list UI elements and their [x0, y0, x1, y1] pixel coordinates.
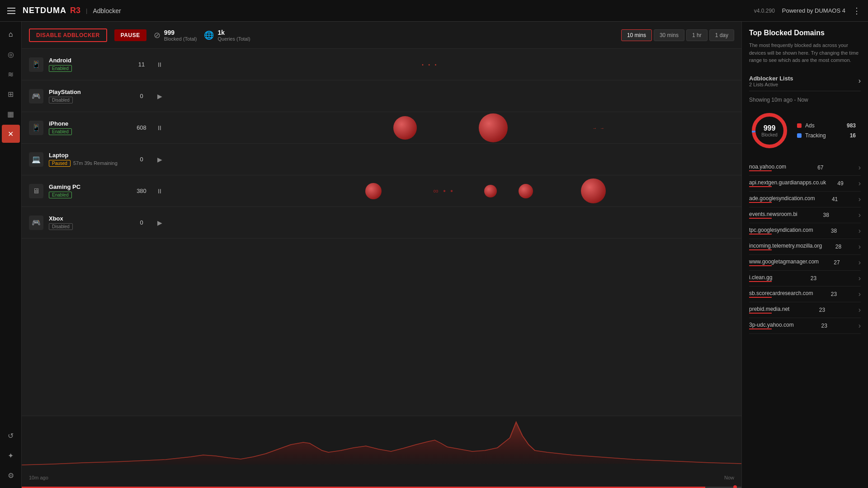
domain-5-chevron	[859, 227, 861, 235]
time-filter-30mins[interactable]: 30 mins	[654, 29, 684, 41]
legend-tracking: Tracking 16	[797, 132, 856, 139]
ads-label: Ads	[805, 122, 843, 129]
xbox-info: Xbox Disabled	[49, 215, 130, 230]
sidebar-item-panels[interactable]: ▦	[2, 105, 20, 123]
laptop-name: Laptop	[49, 152, 130, 159]
laptop-remaining: 57m 39s Remaining	[73, 160, 118, 166]
sidebar-item-features[interactable]: ✦	[2, 446, 20, 465]
android-pause-btn[interactable]: ⏸	[153, 61, 166, 68]
domain-9-chevron	[859, 290, 861, 298]
xbox-play-btn[interactable]: ▶	[153, 219, 166, 226]
android-info: Android Enabled	[49, 57, 130, 72]
laptop-icon: 💻	[32, 155, 41, 164]
domain-11-chevron	[859, 322, 861, 330]
domain-row-9[interactable]: sb.scorecardresearch.com 23	[749, 286, 861, 302]
pause-button[interactable]: PAUSE	[114, 29, 146, 41]
iphone-icon: 📱	[32, 123, 41, 132]
playstation-play-btn[interactable]: ▶	[153, 93, 166, 100]
ads-dot	[797, 123, 802, 128]
laptop-play-btn[interactable]: ▶	[153, 156, 166, 163]
showing-range: Showing 10m ago - Now	[749, 97, 861, 103]
chart-scrubber-handle[interactable]	[733, 485, 737, 488]
sidebar-item-geo[interactable]: ◎	[2, 45, 20, 63]
donut-section: 999 Blocked Ads 983 Tracking 16	[749, 110, 861, 151]
iphone-pause-btn[interactable]: ⏸	[153, 124, 166, 131]
device-row-xbox: 🎮 Xbox Disabled 0 ▶	[22, 207, 741, 239]
domain-row-6[interactable]: incoming.telemetry.mozilla.org 28	[749, 239, 861, 255]
android-name: Android	[49, 57, 130, 64]
powered-label: Powered by DUMAOS 4	[782, 7, 845, 14]
queries-stat: 🌐 1k Queries (Total)	[204, 29, 250, 42]
device-row-android: 📱 Android Enabled 11 ⏸ • • •	[22, 49, 741, 80]
domain-row-8[interactable]: i.clean.gg 23	[749, 271, 861, 286]
more-menu-icon[interactable]: ⋮	[853, 6, 861, 16]
iphone-count: 608	[130, 124, 153, 131]
xbox-badge: Disabled	[49, 223, 73, 230]
playstation-icon: 🎮	[32, 92, 41, 100]
playstation-count: 0	[130, 93, 153, 99]
bubble-iphone-2	[479, 113, 508, 142]
laptop-badge: Paused	[49, 160, 71, 167]
donut-number: 999	[761, 124, 778, 132]
domain-row-2[interactable]: api.nextgen.guardianapps.co.uk 49	[749, 176, 861, 192]
android-icon: 📱	[32, 60, 41, 69]
sidebar-item-home[interactable]: ⌂	[2, 25, 20, 43]
time-filter-1day[interactable]: 1 day	[709, 29, 734, 41]
domain-row-1[interactable]: noa.yahoo.com 67	[749, 160, 861, 176]
tracking-dot	[797, 133, 802, 138]
xbox-icon: 🎮	[32, 218, 41, 227]
sidebar-item-qos[interactable]: ≋	[2, 65, 20, 83]
sidebar-item-adblocker[interactable]: ✕	[2, 125, 20, 143]
panel-title: Top Blocked Domains	[749, 29, 861, 37]
domain-2-chevron	[859, 179, 861, 188]
disable-adblocker-button[interactable]: DISABLE ADBLOCKER	[29, 28, 107, 42]
domain-row-10[interactable]: prebid.media.net 23	[749, 302, 861, 318]
adblocker-lists-sub: 2 Lists Active	[749, 82, 793, 87]
blocked-stat: ⊘ 999 Blocked (Total)	[154, 29, 197, 42]
domain-row-3[interactable]: ade.googlesyndication.com 41	[749, 192, 861, 207]
brand-page: Adblocker	[93, 7, 121, 14]
android-badge: Enabled	[49, 65, 72, 72]
domain-4-chevron	[859, 211, 861, 219]
gaming-pc-info: Gaming PC Enabled	[49, 183, 130, 198]
domain-row-4[interactable]: events.newsroom.bi 38	[749, 207, 861, 223]
laptop-icon-wrap: 💻	[29, 152, 43, 167]
right-panel: Top Blocked Domains The most frequently …	[741, 22, 868, 488]
xbox-count: 0	[130, 219, 153, 226]
playstation-name: PlayStation	[49, 89, 130, 95]
time-filter-10mins[interactable]: 10 mins	[621, 29, 652, 41]
legend: Ads 983 Tracking 16	[797, 122, 856, 139]
chart-end-label: Now	[724, 475, 734, 480]
time-filter-1hr[interactable]: 1 hr	[686, 29, 708, 41]
playstation-viz	[166, 80, 734, 112]
gaming-pc-count: 380	[130, 188, 153, 194]
device-row-laptop: 💻 Laptop Paused 57m 39s Remaining 0 ▶	[22, 144, 741, 175]
gaming-pc-icon-wrap: 🖥	[29, 184, 43, 198]
gaming-pc-icon: 🖥	[33, 187, 40, 195]
panel-desc: The most frequently blocked ads across y…	[749, 42, 861, 64]
sidebar-item-refresh[interactable]: ↺	[2, 427, 20, 445]
domain-row-5[interactable]: tpc.googlesyndication.com 38	[749, 223, 861, 239]
content-area: DISABLE ADBLOCKER PAUSE ⊘ 999 Blocked (T…	[22, 22, 741, 488]
brand-r3: R3	[70, 6, 80, 15]
bubble-pc-2	[484, 185, 497, 197]
hamburger-icon[interactable]	[7, 8, 15, 14]
domain-row-7[interactable]: www.googletagmanager.com 27	[749, 255, 861, 271]
gaming-pc-pause-btn[interactable]: ⏸	[153, 188, 166, 195]
devices-panel: 📱 Android Enabled 11 ⏸ • • •	[22, 49, 741, 488]
chart-svg	[22, 420, 741, 474]
brand: NETDUMA R3 | Adblocker	[23, 6, 121, 15]
domain-row-11[interactable]: 3p-udc.yahoo.com 23	[749, 318, 861, 334]
adblocker-lists-row[interactable]: Adblocker Lists 2 Lists Active	[749, 71, 861, 91]
iphone-badge: Enabled	[49, 128, 72, 135]
blocked-label: Blocked (Total)	[164, 36, 197, 42]
legend-ads: Ads 983	[797, 122, 856, 129]
sidebar-item-network-map[interactable]: ⊞	[2, 85, 20, 103]
gaming-pc-viz: ∞ • •	[166, 175, 734, 206]
chart-timeline: 10m ago Now	[22, 474, 741, 481]
domain-8-chevron	[859, 274, 861, 282]
playstation-icon-wrap: 🎮	[29, 89, 43, 103]
iphone-name: iPhone	[49, 120, 130, 127]
playstation-badge: Disabled	[49, 97, 73, 103]
sidebar-item-settings[interactable]: ⚙	[2, 466, 20, 484]
